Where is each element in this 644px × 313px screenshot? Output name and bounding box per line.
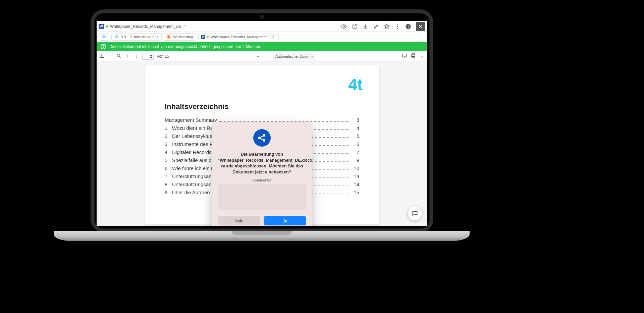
camera-dot — [260, 15, 264, 19]
page-up-icon[interactable]: ↑ — [125, 54, 130, 59]
toc-label: Management Summary — [165, 117, 217, 123]
document-viewport[interactable]: 4t Inhaltsverzeichnis Management Summary… — [97, 61, 427, 226]
zoom-out-icon[interactable]: − — [256, 54, 261, 59]
svg-line-26 — [261, 139, 263, 140]
toc-page: 7 — [351, 149, 359, 155]
svg-point-2 — [397, 26, 398, 27]
close-button[interactable] — [416, 22, 425, 31]
toc-number: 9 — [165, 190, 172, 195]
toc-page: 9 — [351, 157, 359, 163]
share-icon — [253, 129, 271, 147]
checkout-icon[interactable] — [352, 23, 358, 30]
toc-label: Instrumente des Re — [172, 141, 216, 147]
dialog-yes-button[interactable]: Ja — [264, 216, 306, 225]
toc-page: 15 — [351, 190, 359, 195]
online-indicator-icon — [106, 25, 108, 28]
more-tools-icon[interactable]: » — [419, 54, 425, 59]
chevron-down-icon[interactable]: ▾ — [155, 35, 159, 39]
toc-page: 14 — [351, 181, 359, 187]
checkout-banner: i Dieses Dokument ist zurzeit von mir au… — [97, 42, 427, 51]
toc-label: Über die Autoren — [172, 190, 210, 195]
online-indicator-icon — [207, 36, 209, 38]
print-icon[interactable] — [411, 53, 416, 59]
svg-rect-7 — [102, 35, 105, 36]
laptop-frame: W Whitepaper_Records_Management_DE ⌃ — [91, 9, 433, 232]
dialog-comment-input[interactable] — [218, 184, 306, 210]
presentation-icon[interactable] — [402, 53, 407, 59]
svg-point-3 — [397, 28, 398, 29]
download-icon[interactable] — [362, 23, 368, 30]
chevron-up-icon[interactable]: ⌃ — [183, 24, 186, 28]
svg-rect-10 — [115, 35, 118, 36]
toc-label: Digitales Records M — [172, 149, 217, 155]
breadcrumb-bar: 9.9.1.2. Infrastruktur ▾ Werkvertrag W W… — [97, 32, 427, 42]
word-icon: W — [99, 24, 104, 29]
svg-point-15 — [117, 54, 120, 57]
pdf-toolbar: ↑ ↓ von 15 − + Automatischer Zoom ▾ » — [97, 51, 427, 61]
app-screen: W Whitepaper_Records_Management_DE ⌃ — [97, 21, 427, 226]
toc-heading: Inhaltsverzeichnis — [165, 102, 359, 111]
toc-page: 3 — [351, 117, 359, 123]
breadcrumb-current[interactable]: W Whitepaper_Records_Management_DE — [198, 34, 279, 40]
chevron-down-icon: ▾ — [311, 55, 313, 58]
toc-number: 3 — [165, 141, 172, 147]
more-icon[interactable] — [394, 23, 400, 30]
title-bar-actions — [341, 22, 425, 31]
toc-number: 6 — [165, 165, 172, 171]
laptop-notch — [231, 231, 292, 235]
checkin-dialog: Die Bearbeitung von "Whitepaper_Records_… — [212, 122, 312, 226]
zoom-select-label: Automatischer Zoom — [275, 54, 309, 58]
svg-rect-9 — [102, 37, 105, 38]
svg-rect-11 — [115, 36, 118, 37]
page-number-input[interactable] — [142, 53, 154, 60]
star-icon[interactable] — [384, 23, 390, 30]
brand-logo: 4t — [348, 75, 363, 94]
breadcrumb-label: Whitepaper_Records_Management_DE — [210, 35, 276, 39]
toc-page: 4 — [351, 125, 359, 131]
doc-title: Whitepaper_Records_Management_DE — [110, 24, 181, 29]
toc-number: 8 — [165, 181, 172, 187]
breadcrumb-infrastruktur[interactable]: 9.9.1.2. Infrastruktur ▾ — [111, 33, 162, 41]
svg-line-16 — [119, 56, 120, 57]
toc-page: 6 — [351, 141, 359, 147]
svg-point-0 — [343, 25, 345, 27]
toc-label: Wie führe ich ein R — [172, 165, 215, 171]
laptop-base — [54, 231, 470, 241]
toc-number: 2 — [165, 133, 172, 139]
breadcrumb-root[interactable] — [99, 33, 109, 41]
dialog-no-button[interactable]: Nein — [218, 216, 260, 225]
chat-button[interactable] — [408, 206, 422, 220]
svg-rect-13 — [100, 54, 104, 58]
page-of-label: von 15 — [157, 54, 169, 59]
breadcrumb-label: 9.9.1.2. Infrastruktur — [121, 35, 154, 39]
toc-number: 7 — [165, 173, 172, 179]
svg-rect-12 — [115, 37, 118, 38]
toc-page: 5 — [351, 133, 359, 139]
toc-page: 10 — [351, 165, 359, 171]
svg-rect-17 — [402, 54, 407, 57]
toc-label: Spezialfälle aus der — [172, 157, 216, 163]
info-icon[interactable] — [405, 23, 411, 30]
dialog-message: Die Bearbeitung von "Whitepaper_Records_… — [218, 151, 306, 175]
title-bar: W Whitepaper_Records_Management_DE ⌃ — [97, 21, 427, 32]
toc-number: 5 — [165, 157, 172, 163]
search-icon[interactable] — [116, 53, 121, 59]
edit-icon[interactable] — [373, 23, 379, 30]
svg-rect-5 — [408, 26, 409, 28]
doc-title-group: W Whitepaper_Records_Management_DE ⌃ — [99, 24, 339, 29]
svg-rect-8 — [102, 36, 105, 37]
toc-label: Wozu dient ein Rec — [172, 125, 216, 131]
breadcrumb-label: Werkvertrag — [173, 35, 193, 39]
breadcrumb-werkvertrag[interactable]: Werkvertrag — [164, 33, 196, 41]
toc-label: Der Lebenszyklus v — [172, 133, 216, 139]
zoom-select[interactable]: Automatischer Zoom ▾ — [273, 53, 315, 60]
svg-line-25 — [261, 136, 263, 138]
sidebar-toggle-icon[interactable] — [99, 53, 105, 59]
preview-icon[interactable] — [341, 23, 347, 30]
zoom-in-icon[interactable]: + — [264, 54, 270, 59]
toc-number: 1 — [165, 125, 172, 131]
dialog-buttons: Nein Ja — [218, 216, 306, 225]
stage: W Whitepaper_Records_Management_DE ⌃ — [0, 0, 644, 313]
page-down-icon[interactable]: ↓ — [133, 54, 139, 59]
svg-rect-6 — [408, 25, 409, 25]
